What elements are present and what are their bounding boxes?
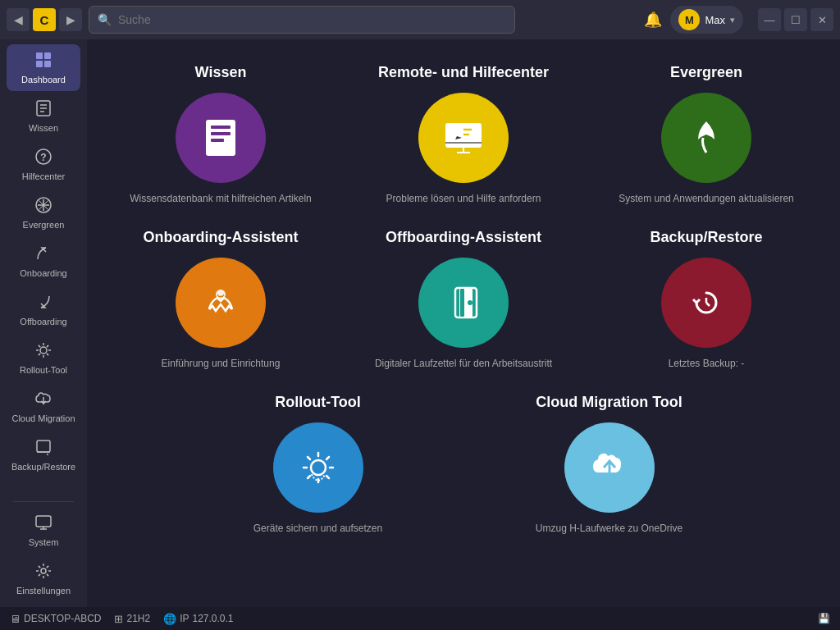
sidebar-divider xyxy=(13,501,74,502)
svg-point-37 xyxy=(468,300,472,305)
card-backup[interactable]: Backup/Restore Letztes Backup: - xyxy=(597,221,815,377)
card-cloud-migration-title: Cloud Migration Tool xyxy=(536,394,682,411)
svg-point-40 xyxy=(311,460,326,475)
svg-rect-1 xyxy=(44,52,51,59)
card-row-3: Rollout-Tool Geräte sichern und aufsetze… xyxy=(185,386,742,542)
card-backup-desc: Letztes Backup: - xyxy=(669,358,745,369)
svg-rect-26 xyxy=(211,139,224,142)
backup-restore-icon xyxy=(34,438,52,459)
search-bar: 🔍 xyxy=(89,6,515,34)
svg-rect-19 xyxy=(36,516,51,527)
wissen-icon xyxy=(34,99,52,120)
onboarding-icon xyxy=(34,244,52,265)
card-onboarding-circle xyxy=(176,258,266,348)
svg-rect-23 xyxy=(206,120,235,156)
sidebar-item-dashboard[interactable]: Dashboard xyxy=(7,44,80,91)
sidebar-cloud-migration-label: Cloud Migration xyxy=(11,413,75,423)
card-rollout[interactable]: Rollout-Tool Geräte sichern und aufsetze… xyxy=(185,386,451,542)
window-controls: — ☐ ✕ xyxy=(758,8,833,31)
card-evergreen-title: Evergreen xyxy=(670,64,742,81)
card-wissen[interactable]: Wissen Wissensdatenbank mit hilfreichen … xyxy=(112,56,330,212)
card-remote-title: Remote- und Hilfecenter xyxy=(378,64,549,81)
windows-icon: ⊞ xyxy=(114,613,123,625)
sidebar-item-wissen[interactable]: Wissen xyxy=(7,93,80,139)
evergreen-icon xyxy=(34,196,52,217)
svg-rect-36 xyxy=(460,289,464,317)
back-button[interactable]: ◀ xyxy=(7,8,30,31)
sidebar: Dashboard Wissen ? Hilfecen xyxy=(0,39,87,607)
search-input[interactable] xyxy=(118,13,506,26)
minimize-button[interactable]: — xyxy=(758,8,781,31)
sidebar-backup-label: Backup/Restore xyxy=(11,462,75,472)
notification-bell-button[interactable]: 🔔 xyxy=(644,11,662,29)
card-backup-title: Backup/Restore xyxy=(650,229,762,246)
sidebar-item-system[interactable]: System xyxy=(7,507,80,554)
titlebar-right: 🔔 M Max ▾ — ☐ ✕ xyxy=(644,6,833,34)
card-onboarding-desc: Einführung und Einrichtung xyxy=(162,358,281,369)
logo-home-button[interactable]: C xyxy=(33,8,56,31)
svg-rect-16 xyxy=(37,441,50,452)
sidebar-item-onboarding[interactable]: Onboarding xyxy=(7,238,80,285)
card-rollout-desc: Geräte sichern und aufsetzen xyxy=(253,523,382,534)
svg-rect-3 xyxy=(44,61,51,67)
sidebar-item-backup-restore[interactable]: Backup/Restore xyxy=(7,431,80,478)
card-evergreen-circle xyxy=(661,93,751,183)
desktop-icon: 🖥 xyxy=(10,613,21,625)
sidebar-item-einstellungen[interactable]: Einstellungen xyxy=(7,555,80,602)
card-offboarding[interactable]: Offboarding-Assistent Digitaler Laufzett… xyxy=(354,221,573,377)
card-backup-circle xyxy=(661,258,751,348)
svg-rect-2 xyxy=(36,61,43,67)
dashboard-icon xyxy=(34,51,52,71)
main-area: Dashboard Wissen ? Hilfecen xyxy=(0,39,840,607)
titlebar: ◀ C ▶ 🔍 🔔 M Max ▾ — ☐ ✕ xyxy=(0,0,840,39)
forward-button[interactable]: ▶ xyxy=(59,8,82,31)
sidebar-item-evergreen[interactable]: Evergreen xyxy=(7,189,80,236)
ip-value: 127.0.0.1 xyxy=(193,613,234,624)
ip-icon: 🌐 xyxy=(163,613,176,625)
card-wissen-circle xyxy=(176,93,266,183)
einstellungen-icon xyxy=(34,562,52,582)
sidebar-item-cloud-migration[interactable]: Cloud Migration xyxy=(7,383,80,430)
card-onboarding[interactable]: Onboarding-Assistent Einführung und Einr… xyxy=(112,221,330,377)
card-offboarding-title: Offboarding-Assistent xyxy=(386,229,541,246)
card-cloud-migration[interactable]: Cloud Migration Tool Umzug H-Laufwerke z… xyxy=(476,386,742,542)
card-onboarding-title: Onboarding-Assistent xyxy=(143,229,298,246)
card-cloud-migration-circle xyxy=(564,422,655,513)
sidebar-rollout-label: Rollout-Tool xyxy=(20,365,67,375)
chevron-down-icon: ▾ xyxy=(730,15,735,25)
search-icon: 🔍 xyxy=(98,13,112,26)
svg-rect-0 xyxy=(36,52,43,59)
card-offboarding-circle xyxy=(418,258,509,348)
nav-buttons: ◀ C ▶ xyxy=(7,8,82,31)
sidebar-hilfecenter-label: Hilfecenter xyxy=(22,171,66,181)
svg-rect-25 xyxy=(211,132,231,135)
bottombar: 🖥 DESKTOP-ABCD ⊞ 21H2 🌐 IP 127.0.0.1 💾 xyxy=(0,607,840,630)
user-menu[interactable]: M Max ▾ xyxy=(670,6,743,34)
bottombar-desktop: 🖥 DESKTOP-ABCD xyxy=(10,613,101,625)
card-remote-circle xyxy=(418,93,509,183)
system-icon xyxy=(34,514,52,534)
card-remote-hilfecenter[interactable]: Remote- und Hilfecenter Probleme lösen u… xyxy=(354,56,573,212)
sidebar-einstellungen-label: Einstellungen xyxy=(16,586,71,596)
content-area: Wissen Wissensdatenbank mit hilfreichen … xyxy=(87,39,840,607)
avatar: M xyxy=(678,9,700,30)
close-button[interactable]: ✕ xyxy=(810,8,833,31)
sidebar-dashboard-label: Dashboard xyxy=(21,75,66,84)
card-evergreen[interactable]: Evergreen System und Anwendungen aktuali… xyxy=(597,56,815,212)
sidebar-wissen-label: Wissen xyxy=(29,123,58,133)
maximize-button[interactable]: ☐ xyxy=(784,8,807,31)
sidebar-item-hilfecenter[interactable]: ? Hilfecenter xyxy=(7,141,80,188)
sidebar-item-rollout-tool[interactable]: Rollout-Tool xyxy=(7,335,80,381)
card-cloud-migration-desc: Umzug H-Laufwerke zu OneDrive xyxy=(536,523,682,534)
card-rollout-title: Rollout-Tool xyxy=(275,394,361,411)
svg-point-22 xyxy=(41,568,46,573)
user-name-label: Max xyxy=(705,14,725,26)
svg-point-18 xyxy=(47,454,48,455)
card-evergreen-desc: System und Anwendungen aktualisieren xyxy=(619,193,793,204)
svg-text:?: ? xyxy=(40,152,46,163)
desktop-label: DESKTOP-ABCD xyxy=(24,613,101,624)
svg-rect-24 xyxy=(211,126,231,129)
offboarding-icon xyxy=(34,293,52,313)
sidebar-item-offboarding[interactable]: Offboarding xyxy=(7,286,80,333)
sidebar-evergreen-label: Evergreen xyxy=(23,220,65,230)
